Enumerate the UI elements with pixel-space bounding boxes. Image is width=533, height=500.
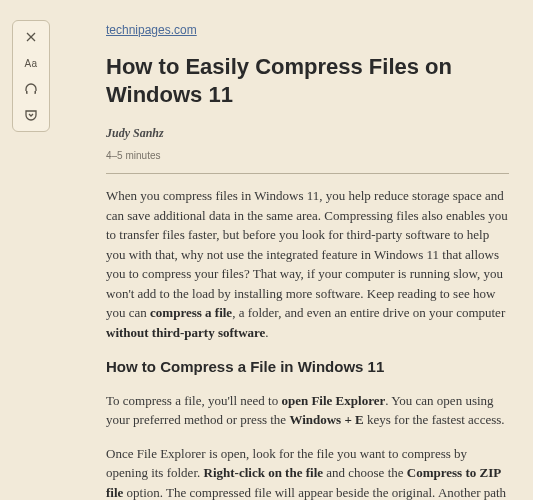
save-button[interactable] xyxy=(17,103,45,127)
typography-icon: Aa xyxy=(24,58,37,69)
headphones-icon xyxy=(24,82,38,96)
paragraph: Once File Explorer is open, look for the… xyxy=(106,444,509,501)
close-icon xyxy=(25,31,37,43)
article-title: How to Easily Compress Files on Windows … xyxy=(106,53,509,108)
close-button[interactable] xyxy=(17,25,45,49)
typography-button[interactable]: Aa xyxy=(17,51,45,75)
read-time: 4–5 minutes xyxy=(106,148,509,163)
divider xyxy=(106,173,509,174)
byline: Judy Sanhz xyxy=(106,124,509,142)
paragraph: When you compress files in Windows 11, y… xyxy=(106,186,509,342)
source-link[interactable]: technipages.com xyxy=(106,21,197,39)
article: technipages.com How to Easily Compress F… xyxy=(106,20,509,500)
listen-button[interactable] xyxy=(17,77,45,101)
reader-view: Aa technipages.com How to Easily Compres… xyxy=(0,0,533,500)
pocket-icon xyxy=(24,108,38,122)
section-heading: How to Compress a File in Windows 11 xyxy=(106,356,509,379)
reader-toolbar: Aa xyxy=(12,20,50,132)
paragraph: To compress a file, you'll need to open … xyxy=(106,391,509,430)
